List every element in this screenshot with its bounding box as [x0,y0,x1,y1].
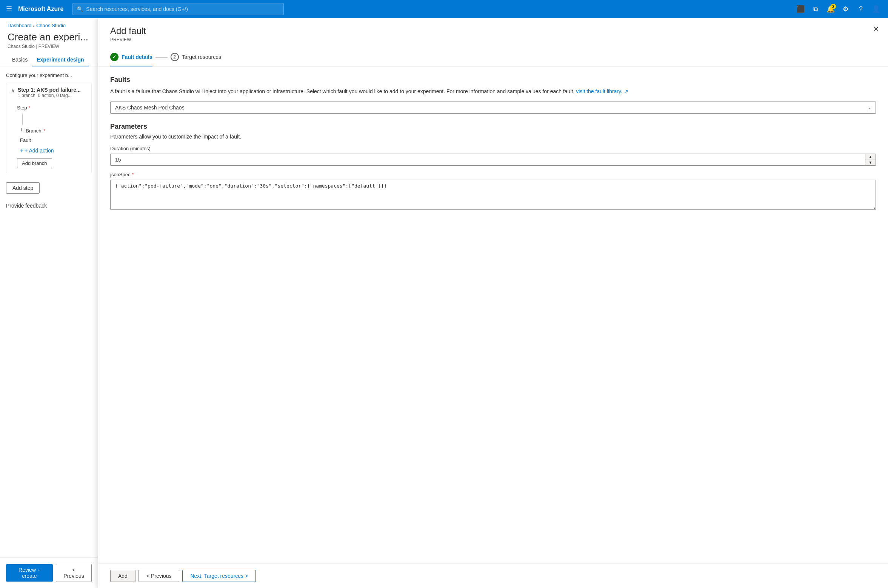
duration-label: Duration (minutes) [110,146,876,151]
branch-row: └ Branch * [20,128,87,134]
portal-icon[interactable]: ⧉ [810,3,822,15]
tabs-row: Basics Experiment design [0,54,98,66]
spinner-up-button[interactable]: ▲ [865,154,876,160]
fault-label: Fault [20,137,31,143]
fault-dropdown[interactable]: AKS Chaos Mesh Pod ChaosAKS Chaos Mesh N… [110,102,876,114]
step-title: Step 1: AKS pod failure... [18,87,81,93]
tab-basics[interactable]: Basics [8,54,32,66]
step-num-2: 2 [171,53,179,61]
configure-label: Configure your experiment b... [6,72,92,78]
vertical-connector [22,114,23,125]
add-action-row[interactable]: + + Add action [20,148,87,154]
branch-label: Branch [26,128,41,134]
provide-feedback: Provide feedback [6,198,92,213]
add-step-button[interactable]: Add step [6,182,40,194]
footer-previous-button[interactable]: < Previous [139,570,180,582]
fault-row: Fault [20,137,87,143]
jsonspec-required-star: * [132,172,134,177]
faults-section-title: Faults [110,76,876,84]
duration-input[interactable] [110,154,876,166]
breadcrumb-dashboard[interactable]: Dashboard [8,23,32,28]
breadcrumb-separator: › [33,23,35,28]
step-subtitle: 1 branch, 0 action, 0 targ... [18,93,81,98]
step-label-1: Fault details [122,54,152,60]
left-panel: Dashboard › Chaos Studio Create an exper… [0,18,98,588]
step-label-2: Target resources [182,54,221,60]
step-indicator-fault-details[interactable]: ✓ Fault details [110,48,152,66]
duration-input-wrap: ▲ ▼ [110,154,876,166]
account-icon[interactable]: 👤 [870,3,882,15]
search-icon: 🔍 [77,6,83,12]
fault-library-link[interactable]: visit the fault library. ↗ [576,88,628,94]
settings-icon[interactable]: ⚙ [840,3,852,15]
search-bar[interactable]: 🔍 [72,3,284,15]
left-bottom: Review + create < Previous [0,557,98,588]
step-field: Step * [17,105,87,111]
fault-dropdown-wrap: AKS Chaos Mesh Pod ChaosAKS Chaos Mesh N… [110,102,876,114]
steps-indicator: ✓ Fault details 2 Target resources [110,48,876,66]
main-layout: Dashboard › Chaos Studio Create an exper… [0,18,888,588]
branch-connector: └ [20,128,23,134]
app-title: Microsoft Azure [18,6,63,12]
jsonspec-textarea[interactable]: {"action":"pod-failure","mode":"one","du… [110,180,876,210]
add-button[interactable]: Add [110,570,135,582]
next-target-resources-button[interactable]: Next: Target resources > [182,570,256,582]
notifications-icon[interactable]: 🔔 2 [825,3,837,15]
step-indicator-target-resources[interactable]: 2 Target resources [171,48,221,66]
left-content: Configure your experiment b... ∧ Step 1:… [0,66,98,557]
terminal-icon[interactable]: ⬛ [794,3,806,15]
fault-panel: Add fault PREVIEW ✕ ✓ Fault details 2 Ta… [98,18,888,588]
fault-panel-body: Faults A fault is a failure that Chaos S… [98,67,888,563]
fault-panel-title: Add fault [110,26,876,36]
step-label: Step * [17,105,87,111]
page-title: Create an experi... [0,30,98,44]
jsonspec-label: jsonSpec * [110,172,876,177]
step-num-1: ✓ [110,53,119,61]
breadcrumb: Dashboard › Chaos Studio [0,18,98,30]
breadcrumb-chaos-studio[interactable]: Chaos Studio [36,23,66,28]
spinner-down-button[interactable]: ▼ [865,160,876,166]
faults-section: Faults A fault is a failure that Chaos S… [110,76,876,114]
fault-panel-footer: Add < Previous Next: Target resources > [98,563,888,588]
page-subtitle: Chaos Studio | PREVIEW [0,44,98,54]
previous-button[interactable]: < Previous [56,564,92,582]
review-create-button[interactable]: Review + create [6,564,53,582]
faults-section-desc: A fault is a failure that Chaos Studio w… [110,88,876,95]
notification-badge: 2 [831,4,836,9]
fault-panel-header: Add fault PREVIEW ✕ ✓ Fault details 2 Ta… [98,18,888,67]
help-icon[interactable]: ? [855,3,867,15]
number-spinners: ▲ ▼ [865,154,876,165]
tab-experiment-design[interactable]: Experiment design [32,54,88,66]
add-action-plus-icon: + [20,148,23,154]
add-action-label[interactable]: + Add action [25,148,54,154]
parameters-desc: Parameters allow you to customize the im… [110,134,876,140]
add-branch-button[interactable]: Add branch [17,158,52,168]
step-chevron-icon: ∧ [11,88,15,94]
steps-separator [155,57,168,58]
step-body: Step * └ Branch * Fault + + Add action [6,102,91,173]
step-header[interactable]: ∧ Step 1: AKS pod failure... 1 branch, 0… [6,83,91,102]
topbar: ☰ Microsoft Azure 🔍 ⬛ ⧉ 🔔 2 ⚙ ? 👤 [0,0,888,18]
close-button[interactable]: ✕ [873,26,879,32]
parameters-title: Parameters [110,123,876,131]
parameters-section: Parameters Parameters allow you to custo… [110,123,876,211]
topbar-icons: ⬛ ⧉ 🔔 2 ⚙ ? 👤 [794,3,882,15]
step-box: ∧ Step 1: AKS pod failure... 1 branch, 0… [6,83,92,173]
hamburger-icon[interactable]: ☰ [6,5,12,13]
search-input[interactable] [86,6,280,12]
fault-panel-subtitle: PREVIEW [110,37,876,42]
